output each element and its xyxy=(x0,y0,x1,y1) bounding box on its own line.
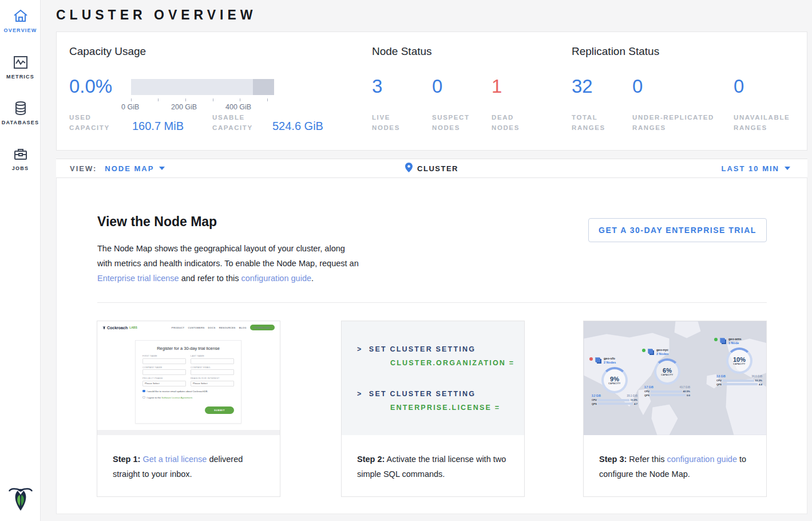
cpu-sparkbar xyxy=(598,399,629,401)
gauge-tick xyxy=(213,98,213,101)
description-text: . xyxy=(311,274,314,283)
divider xyxy=(97,302,767,303)
qps-sparkbar xyxy=(723,383,758,385)
mini-checkbox-unchecked xyxy=(142,396,145,399)
usable-capacity-label: USABLE CAPACITY xyxy=(212,112,275,133)
gauge-tick xyxy=(185,98,186,101)
mini-form-title: Register for a 30-day trial license xyxy=(142,346,234,351)
page-title: CLUSTER OVERVIEW xyxy=(56,7,257,23)
unavailable-ranges-label: UNAVAILABLE RANGES xyxy=(734,112,802,133)
sidebar-item-jobs[interactable]: JOBS xyxy=(0,146,41,171)
enterprise-trial-license-link[interactable]: Enterprise trial license xyxy=(97,274,179,283)
replication-status-title: Replication Status xyxy=(572,45,659,58)
node-status-title: Node Status xyxy=(372,45,432,58)
mini-site-nav: PRODUCT CUSTOMERS DOCS RESOURCES BLOG DO… xyxy=(172,325,275,330)
sidebar-item-label: OVERVIEW xyxy=(0,27,41,33)
configuration-guide-link[interactable]: configuration guide xyxy=(667,455,737,464)
capacity-donut-gauge: 6% CAPACITY xyxy=(654,358,680,385)
sql-code-block: > SET CLUSTER SETTING CLUSTER.ORGANIZATI… xyxy=(342,321,524,435)
mini-download-button: DOWNLOAD xyxy=(250,325,275,330)
node-map-section: View the Node Map The Node Map shows the… xyxy=(56,178,807,514)
home-icon xyxy=(0,8,41,24)
view-bar: VIEW: NODE MAP CLUSTER LAST 10 MIN xyxy=(56,159,807,178)
cluster-summary-panel: Capacity Usage 0.0% 0 GiB 200 GiB 400 Gi… xyxy=(56,31,807,151)
sidebar-item-metrics[interactable]: METRICS xyxy=(0,54,41,80)
step2-caption: Step 2: Activate the trial license with … xyxy=(342,435,524,481)
gauge-tick-label: 400 GiB xyxy=(225,103,251,111)
gauge-tick-label: 0 GiB xyxy=(121,103,139,111)
cockroachdb-logo xyxy=(8,483,33,513)
step1-caption: Step 1: Get a trial license delivered st… xyxy=(97,435,280,481)
locality-badge-ams: geo-ams 1 Node 10% CAPACITY 3.6 GiB36.6 … xyxy=(714,337,765,386)
briefcase-icon xyxy=(0,146,41,162)
used-capacity-value: 160.7 MiB xyxy=(132,120,184,133)
mini-submit-button: SUBMIT xyxy=(205,406,234,414)
node-map-preview-screenshot: geo-sfo 2 Nodes 9% CAPACITY 3.2 GiB35.1 … xyxy=(584,321,766,435)
usable-capacity-value: 524.6 GiB xyxy=(272,120,323,133)
sidebar-item-databases[interactable]: DATABASES xyxy=(0,100,41,125)
healthy-dot-icon xyxy=(714,338,718,341)
prompt-icon: > xyxy=(357,345,363,353)
healthy-dot-icon xyxy=(642,349,645,352)
configuration-guide-link[interactable]: configuration guide xyxy=(241,274,311,283)
capacity-donut-gauge: 10% CAPACITY xyxy=(726,348,752,374)
sidebar-item-label: JOBS xyxy=(0,165,41,171)
qps-sparkbar xyxy=(651,394,686,396)
cpu-sparkbar xyxy=(723,380,754,382)
gauge-tick xyxy=(131,98,132,101)
mini-site-footer xyxy=(97,430,280,435)
unavailable-ranges-value: 0 xyxy=(734,76,744,97)
node-map-title: View the Node Map xyxy=(97,214,217,230)
total-ranges-label: TOTAL RANGES xyxy=(572,112,617,133)
used-capacity-label: USED CAPACITY xyxy=(69,112,126,133)
time-range-dropdown[interactable]: LAST 10 MIN xyxy=(722,159,790,177)
get-trial-license-link[interactable]: Get a trial license xyxy=(142,455,207,464)
warning-dot-icon xyxy=(589,357,593,361)
node-map-description: The Node Map shows the geographical layo… xyxy=(97,241,361,286)
sidebar-item-label: DATABASES xyxy=(0,120,41,125)
dead-nodes-label: DEAD NODES xyxy=(492,112,537,133)
suspect-nodes-value: 0 xyxy=(432,76,442,97)
qps-sparkbar xyxy=(598,402,633,405)
database-icon xyxy=(0,100,41,116)
mini-input xyxy=(191,369,234,375)
gauge-tick xyxy=(267,98,268,101)
mini-input xyxy=(142,369,186,375)
cluster-breadcrumb-label: CLUSTER xyxy=(417,164,458,173)
capacity-bar-other-segment xyxy=(253,79,275,95)
dead-nodes-value: 1 xyxy=(492,76,502,97)
locality-badge-sfo: geo-sfo 2 Nodes 9% CAPACITY 3.2 GiB35.1 … xyxy=(589,357,640,405)
mini-input xyxy=(142,358,186,364)
step3-card: geo-sfo 2 Nodes 9% CAPACITY 3.2 GiB35.1 … xyxy=(583,321,767,497)
gauge-tick-label: 200 GiB xyxy=(171,103,197,111)
under-replicated-ranges-label: UNDER-REPLICATED RANGES xyxy=(632,112,730,133)
time-range-value: LAST 10 MIN xyxy=(722,164,779,173)
enterprise-trial-button[interactable]: GET A 30-DAY ENTERPRISE TRIAL xyxy=(588,218,767,242)
step1-registration-screenshot: Cockroach LABS PRODUCT CUSTOMERS DOCS RE… xyxy=(97,321,280,435)
mini-select: Please Select xyxy=(142,381,186,386)
mini-checkbox-checked xyxy=(142,390,145,393)
mini-registration-form: Register for a 30-day trial license FIRS… xyxy=(135,340,241,424)
live-nodes-value: 3 xyxy=(372,76,382,97)
metrics-icon xyxy=(0,54,41,70)
step3-caption: Step 3: Refer this configuration guide t… xyxy=(584,435,766,481)
suspect-nodes-label: SUSPECT NODES xyxy=(432,112,478,133)
total-ranges-value: 32 xyxy=(572,76,593,97)
under-replicated-ranges-value: 0 xyxy=(632,76,643,97)
live-nodes-label: LIVE NODES xyxy=(372,112,418,133)
gauge-tick xyxy=(158,98,159,101)
capacity-donut-gauge: 9% CAPACITY xyxy=(601,367,628,393)
map-pin-icon xyxy=(405,163,413,175)
cpu-sparkbar xyxy=(651,390,682,393)
cockroach-labs-mini-logo: Cockroach LABS xyxy=(102,325,137,330)
sidebar-item-label: METRICS xyxy=(0,74,41,80)
capacity-bar-gauge xyxy=(131,79,274,95)
description-text: and refer to this xyxy=(179,274,241,283)
capacity-usage-title: Capacity Usage xyxy=(69,45,146,58)
step2-card: > SET CLUSTER SETTING CLUSTER.ORGANIZATI… xyxy=(341,321,525,497)
locality-badge-nyc: geo-nyc 2 Nodes 6% CAPACITY 3.7 GiB43.7 … xyxy=(642,348,692,397)
mini-select: Please Select xyxy=(191,381,234,386)
sidebar-item-overview[interactable]: OVERVIEW xyxy=(0,8,41,33)
capacity-used-percent: 0.0% xyxy=(69,76,112,97)
mini-input xyxy=(191,358,234,364)
